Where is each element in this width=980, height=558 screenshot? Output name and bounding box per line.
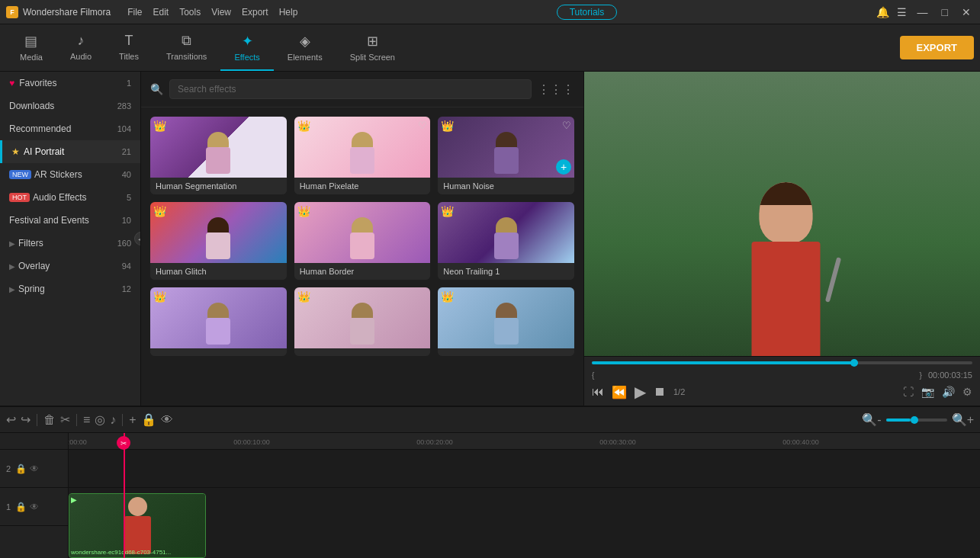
sidebar-item-downloads[interactable]: Downloads 283: [0, 95, 140, 117]
add-track-button[interactable]: +: [129, 413, 136, 427]
sidebar-item-audio-effects[interactable]: HOT Audio Effects 5: [0, 186, 140, 209]
effect-card-human-segmentation[interactable]: 👑 Human Segmentation: [150, 117, 287, 194]
redo-button[interactable]: ↪: [21, 412, 31, 427]
clip-thumbnail: [69, 494, 205, 557]
search-input[interactable]: [169, 79, 532, 99]
effect-thumb: 👑 ♡ +: [438, 117, 574, 178]
clip-play-icon: ▶: [71, 495, 77, 504]
sidebar-festival-events-label: Festival and Events: [9, 215, 119, 226]
effects-icon: ✦: [242, 33, 253, 50]
effect-card-7[interactable]: 👑: [150, 287, 287, 356]
media-icon: ▤: [24, 33, 37, 50]
effect-add-button[interactable]: +: [556, 159, 571, 175]
sidebar-item-ar-stickers[interactable]: NEW AR Stickers 40: [0, 163, 140, 186]
sidebar: ♥ Favorites 1 Downloads 283 Recommended …: [0, 72, 141, 406]
toolbar-transitions[interactable]: ⧉ Transitions: [153, 24, 220, 71]
favorite-icon[interactable]: ♡: [418, 120, 427, 131]
timeline-settings-button[interactable]: ≡: [83, 413, 90, 427]
stop-button[interactable]: ⏹: [654, 385, 666, 399]
zoom-in-button[interactable]: 🔍+: [952, 412, 974, 427]
lock-icon[interactable]: 🔒: [15, 463, 27, 474]
effect-card-human-glitch[interactable]: 👑 Human Glitch: [150, 202, 287, 280]
effects-grid: 👑 Human Segmentation 👑 ♡: [141, 107, 583, 365]
playhead-handle[interactable]: ✂: [117, 436, 130, 450]
new-badge: NEW: [9, 170, 31, 179]
sidebar-item-ai-portrait[interactable]: ★ AI Portrait 21: [0, 140, 140, 163]
separator: [76, 414, 77, 426]
effect-card-9[interactable]: 👑: [438, 287, 574, 356]
crown-badge-icon: 👑: [441, 290, 454, 303]
toolbar-titles[interactable]: T Titles: [105, 24, 153, 71]
hot-badge: HOT: [9, 193, 30, 202]
audio-waveform-button[interactable]: ♪: [110, 413, 116, 427]
thumb-person-figure: [347, 132, 378, 178]
effect-card-human-noise[interactable]: 👑 ♡ + Human Noise: [438, 117, 574, 194]
track-area: ▶ wondershare-ec91dd68-c703-4751...: [69, 450, 980, 558]
settings-icon[interactable]: ☰: [897, 6, 907, 18]
zoom-slider[interactable]: [886, 418, 947, 422]
expand-arrow-icon: ▶: [9, 285, 15, 293]
effect-card-neon-trailing[interactable]: 👑 Neon Trailing 1: [438, 202, 574, 280]
grid-toggle-icon[interactable]: ⋮⋮⋮: [538, 82, 574, 97]
menu-export[interactable]: Export: [242, 7, 268, 18]
toolbar-media[interactable]: ▤ Media: [6, 24, 56, 71]
track-row-2: [69, 450, 980, 488]
toolbar-elements[interactable]: ◈ Elements: [274, 24, 336, 71]
zoom-out-button[interactable]: 🔍-: [862, 412, 881, 427]
volume-button[interactable]: 🔊: [942, 386, 955, 398]
cut-button[interactable]: ✂: [60, 412, 70, 427]
eye-icon[interactable]: 👁: [30, 463, 39, 474]
effect-card-human-pixelate[interactable]: 👑 ♡ Human Pixelate: [294, 117, 431, 194]
step-back-button[interactable]: ⏮: [592, 385, 604, 399]
favorite-icon[interactable]: ♡: [562, 120, 571, 131]
eye-button[interactable]: 👁: [161, 413, 173, 427]
sidebar-item-favorites[interactable]: ♥ Favorites 1: [0, 72, 140, 95]
screenshot-button[interactable]: 📷: [921, 386, 934, 398]
fullscreen-button[interactable]: ⛶: [903, 386, 914, 398]
track-icons: 🔒 👁: [15, 502, 39, 512]
settings-button[interactable]: ⚙: [962, 386, 972, 398]
sidebar-item-filters[interactable]: ▶ Filters 160: [0, 232, 140, 255]
menu-file[interactable]: File: [127, 7, 142, 18]
tutorials-button[interactable]: Tutorials: [557, 5, 618, 20]
notification-icon[interactable]: 🔔: [876, 6, 889, 18]
preview-panel: { } 00:00:03:15 ⏮ ⏪ ▶ ⏹ 1/2 ⛶ 📷 🔊 ⚙: [583, 72, 980, 406]
minimize-button[interactable]: —: [914, 6, 931, 18]
effect-label-neon-trailing: Neon Trailing 1: [438, 263, 574, 280]
video-clip[interactable]: ▶ wondershare-ec91dd68-c703-4751...: [69, 493, 206, 558]
menu-help[interactable]: Help: [279, 7, 298, 18]
preview-progress-handle[interactable]: [850, 359, 858, 367]
maximize-button[interactable]: □: [939, 6, 951, 18]
sidebar-item-spring[interactable]: ▶ Spring 12: [0, 277, 140, 300]
track-icons: 🔒 👁: [15, 463, 39, 474]
eye-icon[interactable]: 👁: [30, 502, 39, 512]
crown-badge-icon: 👑: [297, 290, 310, 303]
effect-label: Human Glitch: [150, 263, 287, 280]
snap-button[interactable]: ◎: [95, 412, 105, 427]
export-button[interactable]: EXPORT: [900, 36, 974, 59]
toolbar-split-screen[interactable]: ⊞ Split Screen: [336, 24, 409, 71]
toolbar-effects[interactable]: ✦ Effects: [220, 24, 273, 71]
close-button[interactable]: ✕: [959, 6, 974, 18]
menu-tools[interactable]: Tools: [179, 7, 201, 18]
sidebar-item-recommended[interactable]: Recommended 104: [0, 117, 140, 140]
menu-view[interactable]: View: [211, 7, 231, 18]
frame-back-button[interactable]: ⏪: [612, 385, 627, 399]
toolbar-audio[interactable]: ♪ Audio: [56, 24, 105, 71]
delete-button[interactable]: 🗑: [43, 413, 56, 427]
thumb-person-figure: [347, 303, 378, 348]
thumb-person-figure: [491, 303, 522, 348]
undo-button[interactable]: ↩: [6, 412, 16, 427]
sidebar-item-festival-events[interactable]: Festival and Events 10: [0, 209, 140, 232]
sidebar-item-overlay[interactable]: ▶ Overlay 94: [0, 255, 140, 277]
play-button[interactable]: ▶: [635, 383, 646, 401]
thumb-person-figure: [203, 217, 233, 263]
thumb-person-figure: [347, 217, 378, 263]
lock-button[interactable]: 🔒: [141, 412, 156, 427]
heart-icon: ♥: [9, 78, 14, 88]
effect-card-8[interactable]: 👑: [294, 287, 431, 356]
effect-card-human-border[interactable]: 👑 Human Border: [294, 202, 431, 280]
menu-edit[interactable]: Edit: [153, 7, 169, 18]
preview-progress-bar[interactable]: [592, 361, 972, 364]
lock-icon[interactable]: 🔒: [15, 502, 27, 512]
